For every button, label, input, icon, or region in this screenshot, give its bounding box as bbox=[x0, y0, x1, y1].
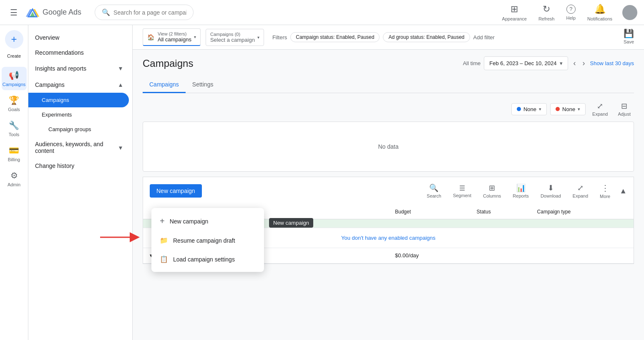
nav-tools-label: Tools bbox=[9, 132, 20, 137]
sidebar-item-campaigns[interactable]: Campaigns bbox=[28, 93, 129, 107]
header-left: ☰ Google Ads 🔍 bbox=[7, 4, 194, 21]
campaign-dropdown-icon: ▾ bbox=[257, 35, 259, 40]
expand-button[interactable]: ⤢ Expand bbox=[589, 100, 611, 118]
nav-tools[interactable]: 🔧 Tools bbox=[2, 117, 27, 140]
menu-button[interactable]: ☰ bbox=[7, 4, 21, 21]
notifications-label: Notifications bbox=[587, 16, 612, 21]
total-type bbox=[531, 248, 634, 264]
dropdown-new-campaign[interactable]: + New campaign bbox=[151, 211, 264, 231]
date-range-value: Feb 6, 2023 – Dec 10, 2024 bbox=[489, 60, 556, 66]
filters-label: Filters bbox=[272, 34, 287, 41]
help-label: Help bbox=[566, 15, 576, 20]
sidebar-experiments-label: Experiments bbox=[42, 112, 72, 118]
download-action-button[interactable]: ⬇ Download bbox=[538, 182, 564, 200]
show-last-button[interactable]: Show last 30 days bbox=[590, 60, 634, 66]
date-prev-button[interactable]: ‹ bbox=[571, 57, 577, 69]
view-dropdown[interactable]: 🏠 View (2 filters) All campaigns ▾ bbox=[143, 28, 201, 46]
help-icon: ? bbox=[566, 5, 576, 14]
nav-goals[interactable]: 🏆 Goals bbox=[2, 92, 27, 115]
segment-button-2[interactable]: None ▾ bbox=[550, 103, 586, 115]
segment-button-1[interactable]: None ▾ bbox=[511, 103, 547, 115]
main-content: 🏠 View (2 filters) All campaigns ▾ Campa… bbox=[133, 25, 644, 340]
campaigns-icon: 📢 bbox=[9, 70, 19, 80]
tab-campaigns[interactable]: Campaigns bbox=[143, 77, 186, 93]
more-action-label: More bbox=[600, 194, 610, 199]
chevron-down-icon: ▾ bbox=[119, 64, 122, 72]
collapse-button[interactable]: ▲ bbox=[619, 187, 627, 195]
more-action-button[interactable]: ⋮ More bbox=[597, 181, 613, 200]
help-button[interactable]: ? Help bbox=[561, 1, 581, 24]
sidebar-item-overview[interactable]: Overview bbox=[28, 30, 129, 45]
view-filter-label: View (2 filters) bbox=[158, 31, 191, 36]
columns-action-button[interactable]: ⊞ Columns bbox=[480, 182, 503, 200]
appearance-button[interactable]: ⊞ Appearance bbox=[497, 0, 532, 25]
nav-billing-label: Billing bbox=[8, 157, 20, 162]
th-status: Status bbox=[470, 205, 531, 219]
sidebar-item-insights-reports[interactable]: Insights and reports ▾ bbox=[28, 60, 129, 76]
red-dot bbox=[556, 107, 560, 111]
campaign-dropdown[interactable]: Campaigns (0) Select a campaign ▾ bbox=[206, 29, 264, 46]
avatar[interactable] bbox=[622, 5, 637, 20]
adjust-icon: ⊟ bbox=[621, 101, 627, 111]
sidebar-item-campaigns-group[interactable]: Campaigns ▴ bbox=[28, 76, 129, 93]
date-range-row: All time Feb 6, 2023 – Dec 10, 2024 ▾ ‹ … bbox=[463, 56, 634, 70]
add-filter-button[interactable]: Add filter bbox=[473, 34, 495, 41]
segment-2-dropdown-icon: ▾ bbox=[578, 107, 580, 112]
search-action-button[interactable]: 🔍 Search bbox=[424, 182, 444, 200]
tools-icon: 🔧 bbox=[9, 120, 19, 130]
top-header: ☰ Google Ads 🔍 ⊞ Appearance ↻ Refresh ? bbox=[0, 0, 644, 25]
adjust-button[interactable]: ⊟ Adjust bbox=[614, 100, 634, 118]
search-bar[interactable]: 🔍 bbox=[95, 5, 194, 20]
date-range-label: All time bbox=[463, 60, 481, 66]
segment-action-button[interactable]: ☰ Segment bbox=[450, 183, 474, 200]
notifications-icon: 🔔 bbox=[594, 4, 606, 15]
sidebar-item-audiences[interactable]: Audiences, keywords, and content ▾ bbox=[28, 137, 129, 158]
sidebar-item-campaign-groups[interactable]: Campaign groups bbox=[28, 122, 129, 137]
table-expand-label: Expand bbox=[573, 193, 588, 198]
table-expand-icon: ⤢ bbox=[577, 183, 584, 193]
date-next-button[interactable]: › bbox=[581, 57, 586, 69]
download-action-icon: ⬇ bbox=[548, 183, 554, 193]
new-campaign-button[interactable]: New campaign bbox=[150, 184, 202, 198]
dropdown-load-settings[interactable]: Load campaign settings bbox=[151, 250, 264, 269]
tab-settings[interactable]: Settings bbox=[186, 77, 220, 93]
segment-1-label: None bbox=[523, 106, 536, 112]
reports-action-icon: 📊 bbox=[516, 183, 526, 193]
view-filter-value: All campaigns bbox=[158, 36, 191, 43]
refresh-label: Refresh bbox=[538, 16, 555, 21]
date-range-picker[interactable]: Feb 6, 2023 – Dec 10, 2024 ▾ bbox=[484, 56, 568, 70]
reports-action-button[interactable]: 📊 Reports bbox=[510, 182, 531, 200]
sidebar-item-change-history[interactable]: Change history bbox=[28, 158, 129, 173]
dropdown-new-campaign-label: New campaign bbox=[170, 218, 209, 225]
refresh-button[interactable]: ↻ Refresh bbox=[533, 0, 560, 25]
folder-icon bbox=[160, 236, 168, 245]
logo-area: Google Ads bbox=[26, 6, 81, 19]
sidebar-item-recommendations[interactable]: Recommendations bbox=[28, 45, 129, 60]
filter-bar: 🏠 View (2 filters) All campaigns ▾ Campa… bbox=[133, 25, 644, 50]
sidebar-campaigns-group-label: Campaigns bbox=[35, 81, 65, 88]
sidebar-item-experiments[interactable]: Experiments bbox=[28, 107, 129, 122]
table-expand-button[interactable]: ⤢ Expand bbox=[570, 182, 591, 200]
plus-icon: + bbox=[160, 216, 165, 226]
icon-nav: + Create 📢 Campaigns 🏆 Goals 🔧 Tools 💳 B… bbox=[0, 25, 28, 340]
search-input[interactable] bbox=[113, 9, 186, 16]
nav-billing[interactable]: 💳 Billing bbox=[2, 142, 27, 165]
nav-admin[interactable]: ⚙ Admin bbox=[2, 167, 27, 190]
table-toolbar: New campaign 🔍 Search ☰ Segment ⊞ Column… bbox=[143, 177, 634, 205]
table-cell-budget bbox=[388, 219, 470, 228]
filter-chip-campaign-status[interactable]: Campaign status: Enabled, Paused bbox=[290, 32, 380, 42]
billing-icon: 💳 bbox=[9, 145, 19, 155]
logo-text: Google Ads bbox=[43, 8, 81, 17]
chart-toolbar: None ▾ None ▾ ⤢ Expand ⊟ Adjust bbox=[143, 100, 634, 118]
goals-icon: 🏆 bbox=[9, 95, 19, 105]
nav-goals-label: Goals bbox=[8, 107, 20, 112]
dropdown-resume-draft[interactable]: Resume campaign draft bbox=[151, 231, 264, 250]
view-dropdown-icon: ▾ bbox=[194, 35, 196, 39]
save-button[interactable]: 💾 Save bbox=[624, 28, 634, 44]
adjust-label: Adjust bbox=[618, 112, 631, 117]
page-title: Campaigns bbox=[143, 58, 193, 69]
create-button[interactable]: + bbox=[5, 30, 23, 48]
filter-chip-adgroup-status[interactable]: Ad group status: Enabled, Paused bbox=[383, 32, 470, 42]
notifications-button[interactable]: 🔔 Notifications bbox=[582, 0, 617, 25]
nav-campaigns[interactable]: 📢 Campaigns bbox=[2, 67, 27, 90]
